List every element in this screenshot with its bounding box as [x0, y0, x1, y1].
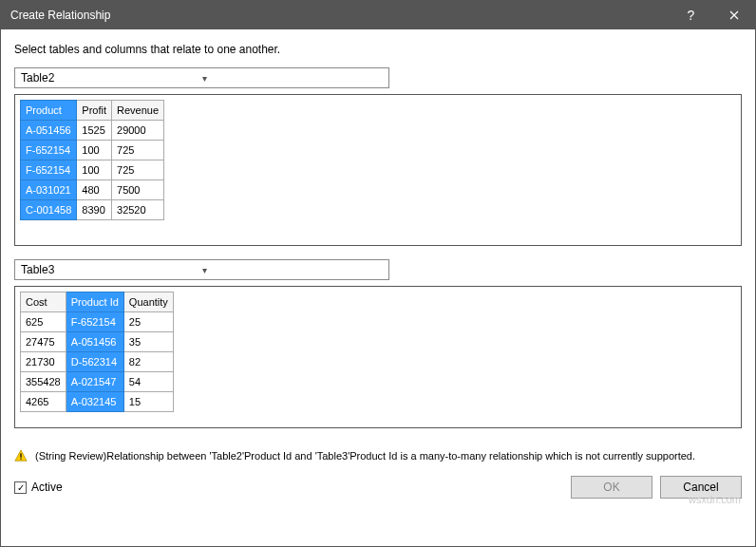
table2-grid[interactable]: CostProduct IdQuantity625F-6521542527475… [20, 292, 174, 412]
table-cell[interactable]: 8390 [77, 200, 112, 220]
table2-dropdown-value: Table3 [21, 263, 202, 276]
table-cell[interactable]: 54 [123, 372, 173, 392]
table-row[interactable]: 27475A-05145635 [21, 332, 174, 352]
table-cell[interactable]: 100 [77, 141, 112, 160]
table-row[interactable]: F-652154100725 [21, 160, 164, 180]
table-row[interactable]: C-001458839032520 [21, 200, 164, 220]
dialog-footer: ✓ Active OK Cancel [1, 468, 755, 508]
chevron-down-icon: ▾ [202, 73, 384, 84]
table-cell[interactable]: C-001458 [21, 200, 77, 220]
svg-rect-0 [20, 453, 21, 457]
warning-text: (String Review)Relationship between 'Tab… [35, 450, 695, 462]
table-cell[interactable]: A-032145 [66, 392, 123, 412]
table-cell[interactable]: 480 [77, 180, 112, 200]
warning-row: (String Review)Relationship between 'Tab… [1, 442, 755, 468]
table-cell[interactable]: A-051456 [66, 332, 123, 352]
active-checkbox[interactable]: ✓ [14, 481, 27, 494]
table-row[interactable]: A-0310214807500 [21, 180, 164, 200]
table-cell[interactable]: 355428 [21, 372, 66, 392]
column-header[interactable]: Profit [77, 101, 112, 121]
table-cell[interactable]: F-652154 [21, 160, 77, 180]
table-row[interactable]: 625F-65215425 [21, 312, 174, 332]
svg-rect-1 [20, 459, 21, 460]
table-cell[interactable]: 82 [123, 352, 173, 372]
table-cell[interactable]: F-652154 [66, 312, 123, 332]
table-cell[interactable]: 725 [112, 160, 164, 180]
table-row[interactable]: 21730D-56231482 [21, 352, 174, 372]
table-cell[interactable]: 27475 [21, 332, 66, 352]
table-row[interactable]: 355428A-02154754 [21, 372, 174, 392]
table-row[interactable]: F-652154100725 [21, 141, 164, 160]
table-cell[interactable]: 21730 [21, 352, 66, 372]
column-header[interactable]: Product [21, 101, 77, 121]
table-cell[interactable]: 100 [77, 160, 112, 180]
table-row[interactable]: A-051456152529000 [21, 121, 164, 141]
column-header[interactable]: Quantity [123, 292, 173, 312]
warning-icon [14, 449, 28, 462]
help-button[interactable]: ? [670, 1, 712, 29]
close-icon [729, 10, 739, 20]
table1-preview: ProductProfitRevenueA-051456152529000F-6… [14, 94, 742, 246]
table1-grid[interactable]: ProductProfitRevenueA-051456152529000F-6… [20, 100, 164, 220]
window-title: Create Relationship [10, 9, 670, 22]
instruction-text: Select tables and columns that relate to… [14, 43, 742, 56]
ok-button[interactable]: OK [571, 476, 652, 499]
table-cell[interactable]: 1525 [77, 121, 112, 141]
close-button[interactable] [712, 1, 755, 29]
table-cell[interactable]: 7500 [112, 180, 164, 200]
column-header[interactable]: Product Id [66, 292, 123, 312]
table-cell[interactable]: 625 [21, 312, 66, 332]
table-cell[interactable]: 32520 [112, 200, 164, 220]
table-cell[interactable]: 15 [123, 392, 173, 412]
column-header[interactable]: Revenue [112, 101, 164, 121]
column-header[interactable]: Cost [21, 292, 66, 312]
table-cell[interactable]: 725 [112, 141, 164, 160]
table-cell[interactable]: 4265 [21, 392, 66, 412]
cancel-button[interactable]: Cancel [660, 476, 742, 499]
table2-dropdown[interactable]: Table3 ▾ [14, 259, 389, 280]
table2-preview: CostProduct IdQuantity625F-6521542527475… [14, 286, 742, 428]
table-cell[interactable]: A-021547 [66, 372, 123, 392]
table-cell[interactable]: 35 [123, 332, 173, 352]
table1-dropdown[interactable]: Table2 ▾ [14, 67, 389, 88]
active-checkbox-row[interactable]: ✓ Active [14, 481, 563, 494]
table-row[interactable]: 4265A-03214515 [21, 392, 174, 412]
table-cell[interactable]: A-031021 [21, 180, 77, 200]
table-cell[interactable]: 25 [123, 312, 173, 332]
dialog-content: Select tables and columns that relate to… [1, 29, 755, 442]
table-cell[interactable]: 29000 [112, 121, 164, 141]
chevron-down-icon: ▾ [202, 265, 384, 275]
table-cell[interactable]: A-051456 [21, 121, 77, 141]
table-cell[interactable]: F-652154 [21, 141, 77, 160]
titlebar: Create Relationship ? [1, 1, 755, 29]
active-label: Active [31, 481, 63, 494]
table1-dropdown-value: Table2 [21, 71, 202, 85]
table-cell[interactable]: D-562314 [66, 352, 123, 372]
